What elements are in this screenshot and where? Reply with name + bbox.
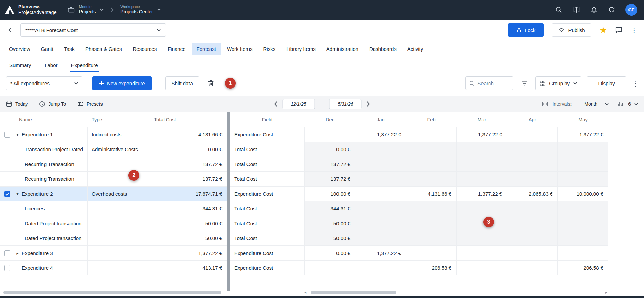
table-row-left-expenditure-4[interactable]: Expenditure 4413.17 € bbox=[0, 261, 227, 275]
row-checkbox[interactable] bbox=[4, 265, 10, 271]
filter-icon[interactable] bbox=[519, 76, 530, 90]
new-expenditure-button[interactable]: New expenditure bbox=[92, 76, 152, 90]
comments-icon[interactable] bbox=[615, 27, 622, 34]
delete-trash-icon[interactable] bbox=[205, 76, 217, 90]
cell-field: Expenditure Cost bbox=[230, 187, 305, 201]
chevron-down-icon[interactable] bbox=[634, 103, 638, 105]
right-panel-scrollbar-thumb[interactable] bbox=[311, 291, 396, 294]
scroll-left-arrow-icon[interactable]: ◂ bbox=[304, 290, 306, 294]
refresh-icon[interactable] bbox=[608, 6, 615, 13]
cell-field: Total Cost bbox=[230, 201, 305, 216]
tab-phases-gates[interactable]: Phases & Gates bbox=[80, 43, 127, 55]
table-row-left-transaction-project-dated[interactable]: Transaction Project DatedAdministrative … bbox=[0, 142, 227, 157]
tab-gantt[interactable]: Gantt bbox=[36, 43, 59, 55]
table-row-left-recurring-transaction[interactable]: Recurring Transaction137.72 € bbox=[0, 157, 227, 172]
publish-button[interactable]: Publish bbox=[552, 23, 591, 37]
tab-work-items[interactable]: Work Items bbox=[222, 43, 258, 55]
table-row-left-dated-project-transaction[interactable]: Dated Project transaction50.00 € bbox=[0, 231, 227, 246]
avatar[interactable]: CE bbox=[625, 4, 637, 16]
tab-risks[interactable]: Risks bbox=[258, 43, 281, 55]
col-header-feb[interactable]: Feb bbox=[406, 117, 457, 122]
tab-task[interactable]: Task bbox=[59, 43, 80, 55]
table-row-right-expenditure-3[interactable]: Expenditure Cost0.00 €1,377.22 € bbox=[230, 246, 608, 261]
col-header-type[interactable]: Type bbox=[88, 117, 150, 122]
collapse-row-icon[interactable]: ▾ bbox=[15, 132, 20, 137]
planview-home-link[interactable]: Planview. ProjectAdvantage bbox=[5, 4, 57, 16]
search-icon[interactable] bbox=[555, 6, 562, 13]
search-input[interactable] bbox=[477, 80, 509, 86]
search-field[interactable] bbox=[465, 76, 513, 90]
tab-finance[interactable]: Finance bbox=[163, 43, 191, 55]
row-checkbox[interactable] bbox=[4, 250, 10, 256]
shift-data-button[interactable]: Shift data bbox=[165, 76, 199, 90]
collapse-row-icon[interactable]: ▾ bbox=[15, 192, 20, 196]
tab-resources[interactable]: Resources bbox=[127, 43, 162, 55]
table-row-right-dated-project-transaction[interactable]: Total Cost50.00 € bbox=[230, 216, 608, 231]
back-button[interactable] bbox=[7, 26, 15, 34]
expenditure-filter-dropdown[interactable]: * All expenditures bbox=[6, 76, 82, 90]
row-checkbox[interactable] bbox=[4, 191, 10, 197]
left-panel-scrollbar-thumb[interactable] bbox=[3, 291, 221, 294]
col-header-dec[interactable]: Dec bbox=[305, 117, 355, 122]
expand-row-icon[interactable]: ▸ bbox=[15, 251, 20, 256]
col-header-mar[interactable]: Mar bbox=[457, 117, 507, 122]
subtab-expenditure[interactable]: Expenditure bbox=[66, 58, 103, 72]
tab-library-items[interactable]: Library Items bbox=[281, 43, 321, 55]
table-row-right-dated-project-transaction[interactable]: Total Cost50.00 € bbox=[230, 231, 608, 246]
table-row-right-transaction-project-dated[interactable]: Total Cost0.00 € bbox=[230, 142, 608, 157]
grid-splitter[interactable] bbox=[227, 112, 230, 291]
table-row-right-recurring-transaction[interactable]: Total Cost137.72 € bbox=[230, 157, 608, 172]
start-date-input[interactable] bbox=[283, 99, 315, 109]
table-row-right-expenditure-2[interactable]: Expenditure Cost100.00 €4,131.66 €1,377.… bbox=[230, 187, 608, 201]
table-row-right-recurring-transaction[interactable]: Total Cost137.72 € bbox=[230, 172, 608, 187]
table-row-right-licences[interactable]: Total Cost344.31 € bbox=[230, 201, 608, 216]
next-period-chevron-icon[interactable] bbox=[367, 101, 370, 107]
cell-type: Overhead costs bbox=[88, 187, 150, 201]
table-row-left-recurring-transaction[interactable]: Recurring Transaction137.72 € bbox=[0, 172, 227, 187]
favorite-star-icon[interactable]: ★ bbox=[599, 26, 607, 34]
knowledge-book-icon[interactable] bbox=[573, 6, 580, 13]
table-row-left-expenditure-3[interactable]: ▸Expenditure 31,377.22 € bbox=[0, 246, 227, 261]
col-header-may[interactable]: May bbox=[558, 117, 608, 122]
more-options-kebab-icon[interactable]: ⋮ bbox=[631, 27, 637, 34]
tab-dashboards[interactable]: Dashboards bbox=[364, 43, 402, 55]
cell-month-dec: 137.72 € bbox=[305, 172, 355, 186]
toolbar-kebab-icon[interactable]: ⋮ bbox=[632, 80, 638, 87]
row-checkbox[interactable] bbox=[4, 132, 10, 138]
col-header-total-cost[interactable]: Total Cost bbox=[150, 117, 227, 122]
prev-period-chevron-icon[interactable] bbox=[274, 101, 278, 107]
jump-to-button[interactable]: Jump To bbox=[39, 101, 66, 107]
table-row-left-licences[interactable]: Licences344.31 € bbox=[0, 201, 227, 216]
tab-overview[interactable]: Overview bbox=[4, 43, 35, 55]
interval-unit-value[interactable]: Month bbox=[584, 101, 597, 107]
end-date-input[interactable] bbox=[329, 99, 362, 109]
group-by-dropdown[interactable]: Group by bbox=[535, 76, 581, 90]
notifications-bell-icon[interactable] bbox=[590, 6, 598, 13]
col-header-apr[interactable]: Apr bbox=[507, 117, 558, 122]
interval-count-value[interactable]: 6 bbox=[628, 101, 631, 107]
tab-administration[interactable]: Administration bbox=[321, 43, 363, 55]
workspace-switcher[interactable]: Workspace Projects Center bbox=[118, 2, 164, 17]
module-switcher[interactable]: Module Projects bbox=[65, 2, 107, 17]
table-row-left-expenditure-1[interactable]: ▾Expenditure 1Indirect costs4,131.66 € bbox=[0, 127, 227, 142]
display-button[interactable]: Display bbox=[587, 76, 626, 90]
project-title-dropdown[interactable]: *****ALB Forecast Cost bbox=[20, 23, 166, 37]
scroll-right-arrow-icon[interactable]: ▸ bbox=[605, 290, 607, 294]
today-button[interactable]: Today bbox=[6, 101, 28, 107]
col-header-name[interactable]: Name bbox=[15, 117, 88, 122]
tab-forecast[interactable]: Forecast bbox=[192, 43, 221, 55]
subtab-labor[interactable]: Labor bbox=[40, 58, 62, 72]
subtab-summary[interactable]: Summary bbox=[5, 58, 36, 72]
table-row-right-expenditure-1[interactable]: Expenditure Cost1,377.22 €1,377.22 €1,37… bbox=[230, 127, 608, 142]
chevron-down-icon[interactable] bbox=[605, 103, 609, 105]
cell-month-jan bbox=[355, 231, 406, 245]
presets-button[interactable]: Presets bbox=[78, 101, 103, 107]
table-row-left-dated-project-transaction[interactable]: Dated Project transaction50.00 € bbox=[0, 216, 227, 231]
table-row-right-expenditure-4[interactable]: Expenditure Cost206.58 €206.58 € bbox=[230, 261, 608, 275]
table-row-left-expenditure-2[interactable]: ▾Expenditure 2Overhead costs17,674.71 € bbox=[0, 187, 227, 201]
col-header-field[interactable]: Field bbox=[230, 117, 305, 122]
tab-activity[interactable]: Activity bbox=[402, 43, 429, 55]
col-header-jan[interactable]: Jan bbox=[355, 117, 406, 122]
lock-button[interactable]: Lock bbox=[508, 23, 544, 37]
histogram-icon[interactable] bbox=[617, 101, 623, 107]
